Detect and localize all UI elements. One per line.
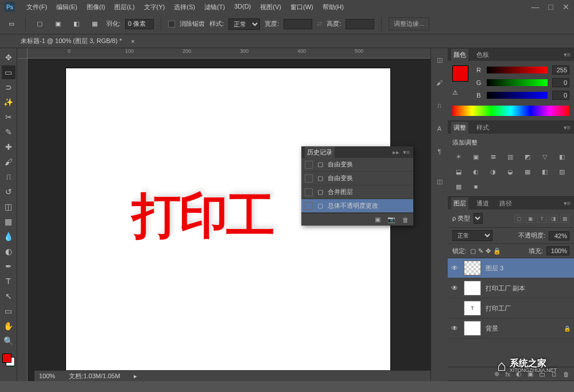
menu-3d[interactable]: 3D(D) — [230, 3, 255, 11]
menu-edit[interactable]: 编辑(E) — [52, 3, 82, 11]
lasso-tool[interactable]: ⊃ — [2, 80, 15, 94]
adjustment-icon[interactable]: ▣ — [470, 152, 482, 162]
tab-styles[interactable]: 样式 — [474, 122, 491, 134]
tab-channels[interactable]: 通道 — [474, 197, 491, 209]
path-tool[interactable]: ↖ — [2, 289, 15, 303]
blur-tool[interactable]: 💧 — [2, 230, 15, 243]
menu-type[interactable]: 文字(Y) — [139, 3, 170, 11]
lock-option-icon[interactable]: ✎ — [478, 247, 483, 255]
shape-tool[interactable]: ▭ — [2, 304, 15, 318]
panel-menu-icon[interactable]: ▾≡ — [564, 200, 571, 207]
layer-filter-icon[interactable]: ▣ — [526, 215, 535, 223]
tool-preset-icon[interactable]: ▭ — [5, 17, 18, 31]
magic-wand-tool[interactable]: ✨ — [2, 95, 15, 109]
adjustment-icon[interactable]: ▽ — [538, 152, 551, 162]
color-picker-swatch[interactable] — [452, 65, 468, 81]
collapsed-panel-icon[interactable]: 🖌 — [434, 77, 445, 88]
visibility-toggle-icon[interactable]: 👁 — [451, 284, 459, 292]
menu-view[interactable]: 视图(V) — [255, 3, 286, 11]
move-tool[interactable]: ✥ — [2, 51, 15, 64]
menu-window[interactable]: 窗口(W) — [286, 3, 318, 11]
r-input[interactable] — [552, 65, 569, 75]
adjustment-icon[interactable]: ◧ — [538, 166, 551, 177]
collapsed-panel-icon[interactable]: A — [434, 123, 445, 134]
layer-item[interactable]: 👁背景🔒 — [448, 319, 574, 339]
layers-footer-icon[interactable]: 🗋 — [551, 371, 557, 378]
layers-footer-icon[interactable]: 🗀 — [539, 371, 545, 378]
maximize-button[interactable]: □ — [549, 2, 553, 11]
adjustment-icon[interactable]: ☀ — [452, 152, 465, 162]
layer-thumbnail[interactable] — [464, 321, 481, 336]
menu-filter[interactable]: 滤镜(T) — [200, 3, 230, 11]
r-slider[interactable] — [487, 67, 548, 73]
status-arrow-icon[interactable]: ▸ — [134, 372, 137, 380]
tab-history[interactable]: 历史记录 — [305, 146, 335, 158]
g-input[interactable] — [552, 78, 569, 87]
tab-color[interactable]: 颜色 — [451, 49, 468, 61]
filter-kind-select[interactable]: ▾ — [474, 213, 483, 224]
panel-menu-icon[interactable]: ▾≡ — [564, 124, 571, 131]
collapse-icon[interactable]: ▸▸ — [393, 149, 400, 156]
feather-input[interactable] — [125, 19, 154, 29]
layer-name-label[interactable]: 打印工厂 副本 — [486, 284, 571, 293]
selection-subtract-icon[interactable]: ◧ — [69, 17, 83, 31]
layers-footer-icon[interactable]: fx — [505, 371, 510, 378]
zoom-level[interactable]: 100% — [39, 372, 55, 379]
layer-filter-icon[interactable]: ▢ — [514, 215, 523, 223]
gamut-warning-icon[interactable]: ⚠ — [452, 89, 458, 96]
eyedropper-tool[interactable]: ✎ — [2, 125, 15, 139]
zoom-tool[interactable]: 🔍 — [2, 334, 15, 348]
history-footer-icon[interactable]: 📷 — [387, 216, 395, 223]
blend-mode-select[interactable]: 正常 — [452, 230, 492, 241]
height-input[interactable] — [346, 19, 374, 29]
refine-edge-button[interactable]: 调整边缘... — [389, 17, 429, 30]
adjustment-icon[interactable]: ◧ — [556, 152, 568, 162]
doc-size[interactable]: 文档:1.03M/1.05M — [69, 372, 120, 381]
marquee-tool[interactable]: ▭ — [2, 65, 15, 79]
close-document-button[interactable]: × — [131, 38, 134, 45]
history-item[interactable]: ▢自由变换 — [301, 158, 413, 172]
stamp-tool[interactable]: ⎍ — [2, 170, 15, 184]
eraser-tool[interactable]: ◫ — [2, 200, 15, 214]
selection-new-icon[interactable]: ▢ — [33, 17, 46, 31]
layer-filter-icon[interactable]: T — [537, 215, 546, 223]
layer-name-label[interactable]: 背景 — [486, 324, 559, 333]
selection-intersect-icon[interactable]: ▦ — [88, 17, 102, 31]
layers-footer-icon[interactable]: 🗑 — [563, 371, 569, 378]
history-brush-tool[interactable]: ↺ — [2, 185, 15, 199]
tab-swatches[interactable]: 色板 — [474, 49, 491, 61]
layer-item[interactable]: 👁打印工厂 副本 — [448, 278, 574, 298]
layers-footer-icon[interactable]: ▣ — [528, 370, 533, 378]
history-footer-icon[interactable]: ▣ — [375, 216, 381, 223]
menu-image[interactable]: 图像(I) — [82, 3, 110, 11]
layer-name-label[interactable]: 打印工厂 — [486, 304, 571, 313]
panel-menu-icon[interactable]: ▾≡ — [564, 51, 571, 59]
adjustment-icon[interactable]: ◒ — [504, 166, 517, 177]
menu-select[interactable]: 选择(S) — [169, 3, 200, 11]
b-input[interactable] — [552, 91, 569, 100]
width-input[interactable] — [284, 19, 312, 29]
adjustment-icon[interactable]: ⬓ — [452, 166, 465, 177]
lock-option-icon[interactable]: 🔒 — [493, 247, 501, 255]
swap-icon[interactable]: ⇄ — [317, 20, 322, 28]
hand-tool[interactable]: ✋ — [2, 319, 15, 333]
adjustment-icon[interactable]: ▥ — [504, 152, 517, 162]
adjustment-icon[interactable]: ■ — [470, 181, 482, 192]
close-button[interactable]: ✕ — [563, 2, 569, 11]
healing-tool[interactable]: ✚ — [2, 140, 15, 154]
minimize-button[interactable]: — — [532, 2, 540, 11]
menu-layer[interactable]: 图层(L) — [110, 3, 139, 11]
layer-thumbnail[interactable]: T — [464, 301, 481, 316]
foreground-color[interactable] — [2, 354, 11, 363]
style-select[interactable]: 正常 — [228, 18, 260, 30]
menu-file[interactable]: 文件(F) — [22, 3, 52, 11]
gradient-tool[interactable]: ▦ — [2, 215, 15, 228]
adjustment-icon[interactable]: ◑ — [487, 166, 499, 177]
layers-footer-icon[interactable]: ⊕ — [494, 370, 499, 378]
spectrum-picker[interactable] — [452, 106, 569, 116]
layer-item[interactable]: 👁图层 3 — [448, 258, 574, 278]
layers-footer-icon[interactable]: ◐ — [516, 370, 522, 378]
visibility-toggle-icon[interactable]: 👁 — [451, 324, 459, 332]
pen-tool[interactable]: ✒ — [2, 259, 15, 273]
history-item[interactable]: ▢自由变换 — [301, 172, 413, 185]
